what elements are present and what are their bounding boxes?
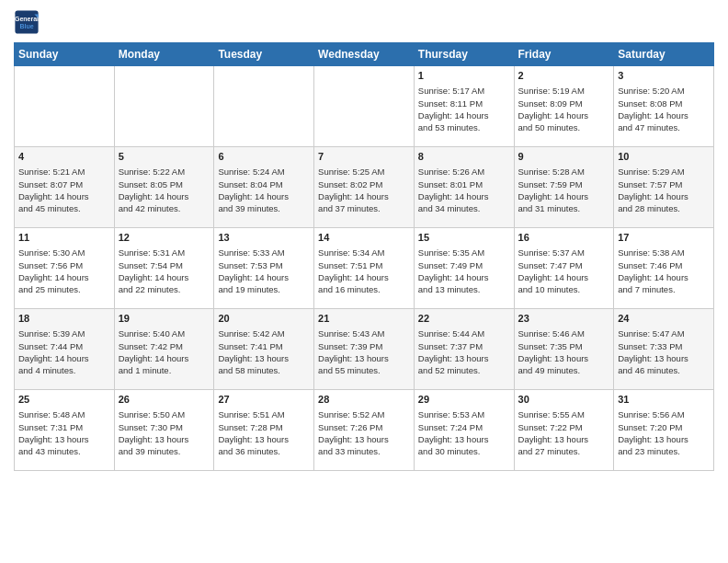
calendar-table: SundayMondayTuesdayWednesdayThursdayFrid… <box>14 42 714 471</box>
day-number: 15 <box>418 231 510 245</box>
calendar-container: General Blue SundayMondayTuesdayWednesda… <box>0 0 728 476</box>
calendar-cell: 17Sunrise: 5:38 AMSunset: 7:46 PMDayligh… <box>614 228 714 309</box>
calendar-cell: 8Sunrise: 5:26 AMSunset: 8:01 PMDaylight… <box>414 147 514 228</box>
calendar-cell: 2Sunrise: 5:19 AMSunset: 8:09 PMDaylight… <box>514 66 614 147</box>
day-number: 27 <box>218 393 310 407</box>
calendar-cell: 29Sunrise: 5:53 AMSunset: 7:24 PMDayligh… <box>414 390 514 471</box>
calendar-cell: 19Sunrise: 5:40 AMSunset: 7:42 PMDayligh… <box>114 309 214 390</box>
calendar-cell: 30Sunrise: 5:55 AMSunset: 7:22 PMDayligh… <box>514 390 614 471</box>
calendar-cell: 28Sunrise: 5:52 AMSunset: 7:26 PMDayligh… <box>314 390 415 471</box>
day-number: 14 <box>318 231 410 245</box>
calendar-cell: 18Sunrise: 5:39 AMSunset: 7:44 PMDayligh… <box>15 309 115 390</box>
day-number: 10 <box>618 150 710 164</box>
day-number: 26 <box>119 393 210 407</box>
weekday-header: Tuesday <box>214 43 314 66</box>
day-number: 21 <box>318 312 410 326</box>
calendar-cell: 9Sunrise: 5:28 AMSunset: 7:59 PMDaylight… <box>514 147 614 228</box>
day-number: 29 <box>418 393 510 407</box>
day-number: 9 <box>518 150 610 164</box>
weekday-header: Monday <box>114 43 214 66</box>
calendar-cell <box>214 66 314 147</box>
svg-rect-0 <box>15 10 38 33</box>
calendar-cell: 5Sunrise: 5:22 AMSunset: 8:05 PMDaylight… <box>114 147 214 228</box>
day-number: 30 <box>518 393 610 407</box>
calendar-cell: 13Sunrise: 5:33 AMSunset: 7:53 PMDayligh… <box>214 228 314 309</box>
weekday-header: Thursday <box>414 43 514 66</box>
calendar-cell: 24Sunrise: 5:47 AMSunset: 7:33 PMDayligh… <box>614 309 714 390</box>
calendar-cell: 4Sunrise: 5:21 AMSunset: 8:07 PMDaylight… <box>15 147 115 228</box>
calendar-cell: 22Sunrise: 5:44 AMSunset: 7:37 PMDayligh… <box>414 309 514 390</box>
calendar-week-row: 4Sunrise: 5:21 AMSunset: 8:07 PMDaylight… <box>15 147 714 228</box>
day-number: 24 <box>618 312 710 326</box>
day-number: 17 <box>618 231 710 245</box>
calendar-week-row: 11Sunrise: 5:30 AMSunset: 7:56 PMDayligh… <box>15 228 714 309</box>
day-number: 7 <box>318 150 410 164</box>
day-number: 19 <box>119 312 210 326</box>
calendar-cell: 14Sunrise: 5:34 AMSunset: 7:51 PMDayligh… <box>314 228 415 309</box>
calendar-cell: 20Sunrise: 5:42 AMSunset: 7:41 PMDayligh… <box>214 309 314 390</box>
day-number: 22 <box>418 312 510 326</box>
day-number: 25 <box>18 393 110 407</box>
calendar-cell: 6Sunrise: 5:24 AMSunset: 8:04 PMDaylight… <box>214 147 314 228</box>
weekday-header: Saturday <box>614 43 714 66</box>
calendar-week-row: 25Sunrise: 5:48 AMSunset: 7:31 PMDayligh… <box>15 390 714 471</box>
calendar-cell: 16Sunrise: 5:37 AMSunset: 7:47 PMDayligh… <box>514 228 614 309</box>
calendar-cell: 25Sunrise: 5:48 AMSunset: 7:31 PMDayligh… <box>15 390 115 471</box>
logo-icon: General Blue <box>14 9 40 35</box>
day-number: 23 <box>518 312 610 326</box>
day-number: 3 <box>618 69 710 83</box>
calendar-cell <box>314 66 415 147</box>
day-number: 13 <box>218 231 310 245</box>
svg-text:Blue: Blue <box>19 23 33 29</box>
weekday-header: Wednesday <box>314 43 415 66</box>
calendar-cell: 31Sunrise: 5:56 AMSunset: 7:20 PMDayligh… <box>614 390 714 471</box>
svg-text:General: General <box>15 16 39 22</box>
day-number: 12 <box>119 231 210 245</box>
calendar-cell <box>15 66 115 147</box>
day-number: 18 <box>18 312 110 326</box>
weekday-header: Sunday <box>15 43 115 66</box>
logo: General Blue <box>14 9 40 35</box>
calendar-cell: 3Sunrise: 5:20 AMSunset: 8:08 PMDaylight… <box>614 66 714 147</box>
calendar-cell: 26Sunrise: 5:50 AMSunset: 7:30 PMDayligh… <box>114 390 214 471</box>
calendar-cell: 23Sunrise: 5:46 AMSunset: 7:35 PMDayligh… <box>514 309 614 390</box>
calendar-cell: 1Sunrise: 5:17 AMSunset: 8:11 PMDaylight… <box>414 66 514 147</box>
day-number: 16 <box>518 231 610 245</box>
calendar-cell: 21Sunrise: 5:43 AMSunset: 7:39 PMDayligh… <box>314 309 415 390</box>
day-number: 6 <box>218 150 310 164</box>
weekday-header: Friday <box>514 43 614 66</box>
calendar-week-row: 1Sunrise: 5:17 AMSunset: 8:11 PMDaylight… <box>15 66 714 147</box>
day-number: 20 <box>218 312 310 326</box>
calendar-cell: 15Sunrise: 5:35 AMSunset: 7:49 PMDayligh… <box>414 228 514 309</box>
day-number: 5 <box>119 150 210 164</box>
calendar-week-row: 18Sunrise: 5:39 AMSunset: 7:44 PMDayligh… <box>15 309 714 390</box>
calendar-cell <box>114 66 214 147</box>
calendar-cell: 12Sunrise: 5:31 AMSunset: 7:54 PMDayligh… <box>114 228 214 309</box>
calendar-cell: 7Sunrise: 5:25 AMSunset: 8:02 PMDaylight… <box>314 147 415 228</box>
weekday-header-row: SundayMondayTuesdayWednesdayThursdayFrid… <box>15 43 714 66</box>
day-number: 2 <box>518 69 610 83</box>
calendar-cell: 27Sunrise: 5:51 AMSunset: 7:28 PMDayligh… <box>214 390 314 471</box>
calendar-cell: 11Sunrise: 5:30 AMSunset: 7:56 PMDayligh… <box>15 228 115 309</box>
day-number: 8 <box>418 150 510 164</box>
day-number: 28 <box>318 393 410 407</box>
header: General Blue <box>14 9 714 35</box>
day-number: 11 <box>18 231 110 245</box>
day-number: 4 <box>18 150 110 164</box>
calendar-cell: 10Sunrise: 5:29 AMSunset: 7:57 PMDayligh… <box>614 147 714 228</box>
day-number: 1 <box>418 69 510 83</box>
day-number: 31 <box>618 393 710 407</box>
